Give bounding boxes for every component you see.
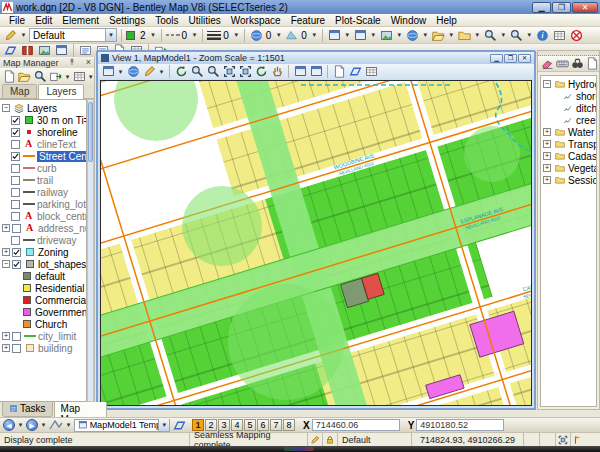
sublayer-row[interactable]: Residential [0,282,86,294]
delete-element-icon[interactable] [569,28,584,42]
open-map-icon[interactable] [18,70,33,84]
view-previous-icon[interactable] [293,65,307,78]
view-attributes-icon[interactable] [101,65,115,78]
tab-layers[interactable]: Layers [38,84,84,99]
point-clouds-dropdown[interactable]: ▾ [422,31,429,39]
view-toggle-icon[interactable] [172,418,187,432]
expand-toggle[interactable]: + [543,140,551,148]
view-previous-button[interactable]: ◀ [3,419,15,431]
clip-mask-icon[interactable] [364,65,378,78]
explorer-icon[interactable] [483,28,498,42]
menu-help[interactable]: Help [431,15,462,26]
expand-toggle[interactable]: + [543,128,551,136]
minimize-button[interactable]: ▁ [532,2,551,13]
layer-checkbox[interactable] [11,212,20,221]
element-info-icon[interactable] [535,28,550,42]
feature-category-row[interactable]: + Water Utilities [541,126,596,138]
view-next-button[interactable]: ▶ [26,419,38,431]
element-class-dropdown[interactable]: ▾ [275,31,282,39]
layer-row[interactable]: railway [0,186,86,198]
element-class-icon[interactable] [249,28,264,42]
models-icon[interactable] [327,28,342,42]
references-dropdown[interactable]: ▾ [370,31,377,39]
rotate-view-icon[interactable] [254,65,268,78]
view-previous-dropdown[interactable]: ▾ [17,421,24,429]
layer-row[interactable]: − lot_shapes [0,258,86,270]
view-title-bar[interactable]: View 1, MapModel1 - Zoom Scale = 1:1501 … [98,52,534,64]
layer-row[interactable]: shoreline [0,126,86,138]
map-view-icon[interactable] [37,44,52,58]
expand-toggle[interactable]: + [543,176,551,184]
saved-views-icon[interactable] [431,28,446,42]
transparency-dropdown[interactable]: ▾ [311,31,318,39]
layer-row[interactable]: A block_centroid [0,210,86,222]
line-weight-dropdown[interactable]: ▾ [233,31,240,39]
saved-views-dropdown[interactable]: ▾ [448,31,455,39]
layer-row[interactable]: + city_limit [0,330,86,342]
element-template-dropdown[interactable]: ▾ [20,31,27,39]
model-dropdown-arrow[interactable]: ▾ [158,419,169,431]
line-style-dropdown[interactable]: ▾ [191,31,198,39]
sublayer-row[interactable]: default [0,270,86,282]
locks-icon[interactable] [323,433,338,446]
view-minimize-button[interactable]: ▁ [490,54,503,63]
layer-row[interactable]: + Zoning [0,246,86,258]
update-view-icon[interactable] [174,65,188,78]
work-mode-flag-icon[interactable] [571,433,585,446]
panel-close-icon[interactable]: × [86,58,91,67]
map-image-icon[interactable] [54,44,69,58]
active-level-select[interactable]: Default ▾ [29,28,117,42]
markups-icon[interactable] [457,28,472,42]
fit-view-icon[interactable] [238,65,252,78]
element-template-icon[interactable] [3,28,18,42]
expand-toggle[interactable]: + [2,332,10,340]
layer-checkbox[interactable] [12,344,21,353]
expand-toggle[interactable]: + [2,344,10,352]
adjust-colors-icon[interactable] [142,65,156,78]
import-dropdown[interactable]: ▾ [64,73,71,81]
layer-checkbox[interactable] [11,176,20,185]
query-icon[interactable] [33,70,48,84]
feature-category-row[interactable]: + Session [541,174,596,186]
view-maximize-button[interactable]: ❐ [504,54,517,63]
expand-toggle[interactable]: + [2,224,10,232]
references-icon[interactable] [353,28,368,42]
view-group-dropdown[interactable]: ▾ [65,421,72,429]
layer-checkbox[interactable] [11,140,20,149]
active-level-status[interactable]: Default [338,433,412,446]
import-icon[interactable] [49,70,64,84]
layer-checkbox[interactable] [11,128,20,137]
sublayer-row[interactable]: Government [0,306,86,318]
find-replace-icon[interactable] [509,28,524,42]
feature-category-row[interactable]: + Cadastral [541,150,596,162]
layer-checkbox[interactable] [11,152,20,161]
standards-checker-icon[interactable] [552,28,567,42]
feature-category-row[interactable]: + Transportation [541,138,596,150]
menu-settings[interactable]: Settings [104,15,150,26]
feature-book-icon[interactable] [20,44,35,58]
layer-checkbox[interactable] [11,188,20,197]
markups-dropdown[interactable]: ▾ [474,31,481,39]
level-dropdown-arrow[interactable]: ▾ [105,29,116,41]
annotate-icon[interactable] [556,57,569,71]
view-display-style-icon[interactable] [126,65,140,78]
expand-toggle[interactable]: + [543,164,551,172]
fence-tool-icon[interactable] [3,44,18,58]
layers-tree-scrollbar[interactable] [87,99,94,402]
zoom-out-icon[interactable] [206,65,220,78]
sublayer-row[interactable]: Commercial [0,294,86,306]
view-group-icon[interactable] [49,419,63,431]
pin-icon[interactable] [68,58,76,66]
point-clouds-icon[interactable] [405,28,420,42]
menu-edit[interactable]: Edit [30,15,57,26]
color-dropdown[interactable]: ▾ [150,31,157,39]
tab-map[interactable]: Map [2,84,37,98]
menu-tools[interactable]: Tools [150,15,183,26]
table-dropdown[interactable]: ▾ [87,73,94,81]
search-features-icon[interactable] [571,57,584,71]
find-replace-dropdown[interactable]: ▾ [526,31,533,39]
expand-toggle[interactable]: + [543,152,551,160]
active-color-swatch[interactable] [126,31,135,40]
tab-tasks[interactable]: Tasks [2,402,53,417]
menu-element[interactable]: Element [57,15,104,26]
